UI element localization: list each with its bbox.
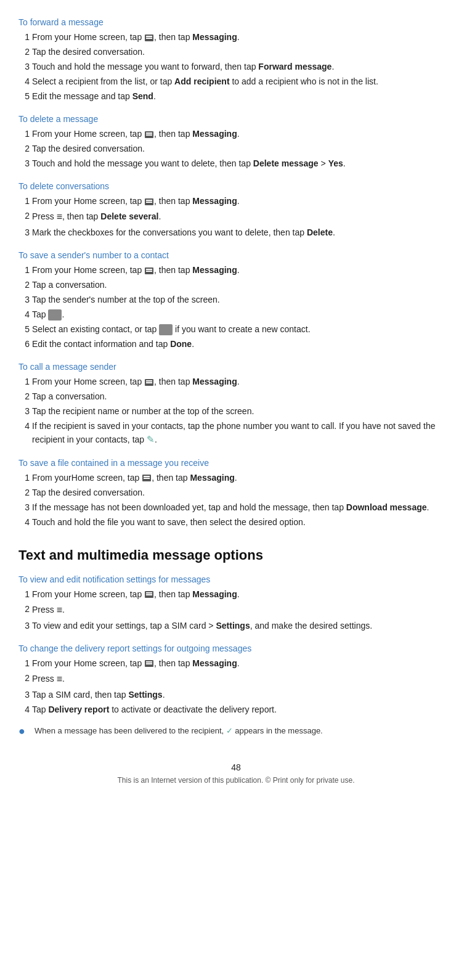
menu-icon: ≡ bbox=[57, 674, 62, 684]
step-text: Tap the sender's number at the top of th… bbox=[32, 293, 220, 306]
step-item: 1 From your Home screen, tap , then tap … bbox=[18, 264, 454, 277]
contact-add-icon bbox=[159, 324, 173, 335]
step-text: If the recipient is saved in your contac… bbox=[32, 420, 454, 447]
step-item: 3 Tap the sender's number at the top of … bbox=[18, 293, 454, 306]
step-text: Touch and hold the message you want to d… bbox=[32, 157, 346, 170]
step-item: 3 To view and edit your settings, tap a … bbox=[18, 619, 454, 632]
section-call-message-sender: To call a message sender 1 From your Hom… bbox=[18, 362, 454, 447]
step-text: To view and edit your settings, tap a SI… bbox=[32, 619, 372, 632]
step-num: 2 bbox=[18, 279, 30, 292]
menu-icon: ≡ bbox=[57, 211, 62, 222]
step-num: 3 bbox=[18, 619, 30, 632]
step-num: 3 bbox=[18, 405, 30, 418]
heading-save-sender-number: To save a sender's number to a contact bbox=[18, 250, 454, 260]
step-num: 3 bbox=[18, 501, 30, 514]
step-num: 1 bbox=[18, 31, 30, 44]
checkmark-icon: ✓ bbox=[226, 726, 233, 735]
step-num: 4 bbox=[18, 420, 30, 447]
step-num: 1 bbox=[18, 472, 30, 484]
step-text: Tap the desired conversation. bbox=[32, 486, 145, 499]
step-item: 3 Mark the checkboxes for the conversati… bbox=[18, 226, 454, 239]
heading-forward-message: To forward a message bbox=[18, 17, 454, 27]
step-item: 4 If the recipient is saved in your cont… bbox=[18, 420, 454, 447]
steps-save-file-message: 1 From yourHome screen, tap , then tap M… bbox=[18, 472, 454, 529]
heading-save-file-message: To save a file contained in a message yo… bbox=[18, 458, 454, 468]
step-item: 2 Press ≡. bbox=[18, 672, 454, 687]
step-text: Tap the desired conversation. bbox=[32, 142, 145, 155]
step-item: 3 Tap the recipient name or number at th… bbox=[18, 405, 454, 418]
steps-change-delivery-report: 1 From your Home screen, tap , then tap … bbox=[18, 657, 454, 716]
step-item: 1 From your Home screen, tap , then tap … bbox=[18, 128, 454, 141]
step-text: From your Home screen, tap , then tap Me… bbox=[32, 375, 240, 388]
big-heading-text-multimedia: Text and multimedia message options bbox=[18, 547, 454, 563]
step-text: Select a recipient from the list, or tap… bbox=[32, 75, 378, 88]
step-text: Tap . bbox=[32, 308, 64, 321]
step-item: 2 Tap the desired conversation. bbox=[18, 486, 454, 499]
step-num: 4 bbox=[18, 308, 30, 321]
step-num: 3 bbox=[18, 293, 30, 306]
step-text: Mark the checkboxes for the conversation… bbox=[32, 226, 335, 239]
step-item: 3 Tap a SIM card, then tap Settings. bbox=[18, 688, 454, 701]
steps-delete-message: 1 From your Home screen, tap , then tap … bbox=[18, 128, 454, 170]
step-text: From your Home screen, tap , then tap Me… bbox=[32, 264, 240, 277]
steps-call-message-sender: 1 From your Home screen, tap , then tap … bbox=[18, 375, 454, 447]
step-text: Press ≡. bbox=[32, 672, 65, 687]
step-item: 1 From your Home screen, tap , then tap … bbox=[18, 31, 454, 44]
step-num: 4 bbox=[18, 75, 30, 88]
step-item: 4 Touch and hold the file you want to sa… bbox=[18, 516, 454, 529]
heading-delete-conversations: To delete conversations bbox=[18, 181, 454, 191]
step-text: From your Home screen, tap , then tap Me… bbox=[32, 657, 240, 670]
step-item: 4 Select a recipient from the list, or t… bbox=[18, 75, 454, 88]
step-text: From yourHome screen, tap , then tap Mes… bbox=[32, 472, 237, 484]
step-num: 2 bbox=[18, 46, 30, 59]
step-num: 5 bbox=[18, 323, 30, 336]
step-item: 5 Edit the message and tap Send. bbox=[18, 90, 454, 103]
footer-text: This is an Internet version of this publ… bbox=[18, 776, 454, 785]
step-num: 2 bbox=[18, 390, 30, 403]
step-num: 6 bbox=[18, 338, 30, 351]
step-num: 3 bbox=[18, 60, 30, 73]
step-text: Edit the contact information and tap Don… bbox=[32, 338, 194, 351]
app-icon bbox=[145, 660, 153, 667]
step-num: 5 bbox=[18, 90, 30, 103]
app-icon bbox=[145, 379, 153, 386]
step-item: 2 Press ≡, then tap Delete several. bbox=[18, 210, 454, 224]
app-icon bbox=[145, 131, 153, 138]
step-text: Tap a SIM card, then tap Settings. bbox=[32, 688, 165, 701]
step-num: 3 bbox=[18, 688, 30, 701]
steps-save-sender-number: 1 From your Home screen, tap , then tap … bbox=[18, 264, 454, 351]
step-num: 2 bbox=[18, 672, 30, 687]
heading-delete-message: To delete a message bbox=[18, 114, 454, 124]
step-num: 2 bbox=[18, 486, 30, 499]
step-num: 2 bbox=[18, 142, 30, 155]
section-delete-message: To delete a message 1 From your Home scr… bbox=[18, 114, 454, 170]
step-num: 4 bbox=[18, 703, 30, 716]
step-item: 3 Touch and hold the message you want to… bbox=[18, 157, 454, 170]
step-item: 2 Tap a conversation. bbox=[18, 390, 454, 403]
step-text: Tap a conversation. bbox=[32, 279, 107, 292]
step-item: 4 Tap Delivery report to activate or dea… bbox=[18, 703, 454, 716]
step-text: From your Home screen, tap , then tap Me… bbox=[32, 195, 240, 208]
steps-delete-conversations: 1 From your Home screen, tap , then tap … bbox=[18, 195, 454, 239]
step-num: 1 bbox=[18, 128, 30, 141]
delivery-note: ● When a message has been delivered to t… bbox=[18, 725, 454, 738]
step-item: 6 Edit the contact information and tap D… bbox=[18, 338, 454, 351]
step-text: If the message has not been downloaded y… bbox=[32, 501, 429, 514]
step-text: Touch and hold the file you want to save… bbox=[32, 516, 306, 529]
step-num: 3 bbox=[18, 226, 30, 239]
step-item: 4 Tap . bbox=[18, 308, 454, 321]
steps-view-edit-notifications: 1 From your Home screen, tap , then tap … bbox=[18, 588, 454, 632]
note-exclamation-icon: ● bbox=[18, 725, 30, 738]
pencil-icon: ✎ bbox=[147, 434, 155, 444]
section-delete-conversations: To delete conversations 1 From your Home… bbox=[18, 181, 454, 239]
contact-icon bbox=[48, 309, 62, 321]
step-text: From your Home screen, tap , then tap Me… bbox=[32, 128, 240, 141]
step-item: 1 From your Home screen, tap , then tap … bbox=[18, 195, 454, 208]
app-icon bbox=[142, 475, 151, 481]
section-forward-message: To forward a message 1 From your Home sc… bbox=[18, 17, 454, 103]
step-item: 1 From your Home screen, tap , then tap … bbox=[18, 588, 454, 601]
step-text: Edit the message and tap Send. bbox=[32, 90, 156, 103]
step-item: 3 Touch and hold the message you want to… bbox=[18, 60, 454, 73]
heading-change-delivery-report: To change the delivery report settings f… bbox=[18, 643, 454, 653]
menu-icon: ≡ bbox=[57, 605, 62, 615]
